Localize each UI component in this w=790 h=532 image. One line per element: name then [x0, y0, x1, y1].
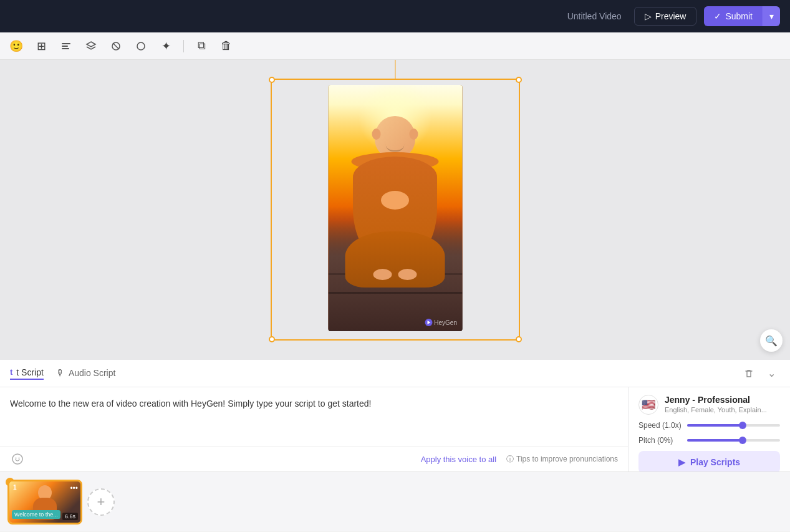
timeline-clip[interactable]: Welcome to the... 1 6.6s ••• — [7, 480, 82, 525]
pitch-slider[interactable] — [687, 439, 780, 442]
pitch-label: Pitch (0%) — [638, 436, 682, 445]
copy-icon[interactable]: ⧉ — [193, 37, 210, 55]
speed-slider-row: Speed (1.0x) — [638, 421, 780, 430]
svg-marker-6 — [427, 321, 430, 324]
microphone-icon: 🎙 — [56, 368, 65, 378]
script-text-area[interactable]: Welcome to the new era of video creation… — [0, 387, 628, 446]
handle-bottom-left[interactable] — [269, 336, 275, 342]
script-content: Welcome to the new era of video creation… — [10, 399, 371, 409]
submit-main-button[interactable]: ✓ Submit — [704, 6, 763, 26]
clip-number: 1 — [13, 484, 17, 491]
script-left-panel: Welcome to the new era of video creation… — [0, 387, 628, 472]
monk-image[interactable]: HeyGen — [328, 85, 462, 331]
voice-info: 🇺🇸 Jenny - Professional English, Female,… — [638, 395, 780, 415]
speed-slider-thumb[interactable] — [739, 422, 746, 429]
submit-button-group: ✓ Submit ▾ — [704, 6, 780, 26]
hide-icon[interactable] — [107, 37, 125, 55]
play-icon: ▶ — [678, 457, 685, 467]
effects-icon[interactable]: ✦ — [157, 37, 175, 55]
clip-duration: 6.6s — [62, 513, 78, 520]
toolbar: 🙂 ⊞ ✦ ⧉ 🗑 — [0, 32, 790, 60]
delete-icon[interactable]: 🗑 — [218, 37, 235, 55]
pitch-slider-thumb[interactable] — [739, 437, 746, 444]
toolbar-divider — [183, 40, 184, 52]
tips-link[interactable]: ⓘ Tips to improve pronunciations — [506, 454, 618, 465]
header: Untitled Video ▷ Preview ✓ Submit ▾ — [0, 0, 790, 32]
clip-menu-button[interactable]: ••• — [70, 484, 78, 493]
collapse-button[interactable]: ⌄ — [763, 365, 780, 382]
text-script-icon: t — [10, 367, 12, 377]
speed-label: Speed (1.0x) — [638, 421, 682, 430]
clip-label-badge: Welcome to the... — [12, 510, 60, 519]
play-scripts-button[interactable]: ▶ Play Scripts — [638, 451, 780, 472]
play-icon: ▷ — [645, 11, 652, 21]
svg-rect-1 — [62, 46, 68, 47]
submit-dropdown-button[interactable]: ▾ — [763, 6, 780, 26]
svg-point-9 — [19, 458, 20, 459]
tab-text-script[interactable]: t t Script — [10, 367, 44, 380]
ai-assistant-icon[interactable] — [10, 452, 25, 467]
info-icon: ⓘ — [506, 454, 514, 465]
tab-audio-script[interactable]: 🎙 Audio Script — [56, 368, 115, 379]
timeline: Welcome to the... 1 6.6s ••• + — [0, 472, 790, 531]
align-icon[interactable] — [57, 37, 75, 55]
voice-details: Jenny - Professional English, Female, Yo… — [665, 395, 780, 414]
script-tabs: t t Script 🎙 Audio Script ⌄ — [0, 360, 790, 387]
handle-top-left[interactable] — [269, 77, 275, 83]
apply-voice-button[interactable]: Apply this voice to all — [421, 455, 496, 464]
video-title: Untitled Video — [567, 11, 622, 21]
script-content-area: Welcome to the new era of video creation… — [0, 387, 790, 472]
heygen-logo — [425, 319, 432, 326]
voice-description: English, Female, Youth, Explain... — [665, 406, 780, 414]
guide-line — [395, 60, 395, 79]
svg-point-8 — [16, 458, 17, 459]
tab-actions: ⌄ — [740, 365, 780, 382]
timeline-clip-wrapper: Welcome to the... 1 6.6s ••• — [7, 480, 82, 525]
check-icon: ✓ — [714, 11, 721, 21]
layers-icon[interactable] — [82, 37, 100, 55]
speed-slider[interactable] — [687, 424, 780, 427]
emoji-icon[interactable]: 🙂 — [7, 37, 25, 55]
crop-icon[interactable] — [132, 37, 150, 55]
svg-line-4 — [113, 43, 119, 49]
svg-rect-2 — [62, 48, 69, 49]
bottom-panel: t t Script 🎙 Audio Script ⌄ Welcome to t… — [0, 359, 790, 472]
svg-point-7 — [12, 454, 22, 464]
add-scene-button[interactable]: + — [87, 488, 115, 516]
zoom-button[interactable]: 🔍 — [760, 329, 783, 352]
canvas-area: HeyGen 🔍 — [0, 60, 790, 359]
script-bottom-actions: Apply this voice to all ⓘ Tips to improv… — [0, 446, 628, 472]
speed-slider-fill — [687, 424, 743, 427]
language-flag: 🇺🇸 — [638, 395, 658, 415]
voice-panel: 🇺🇸 Jenny - Professional English, Female,… — [628, 387, 790, 472]
handle-bottom-right[interactable] — [516, 336, 522, 342]
chevron-down-icon: ⌄ — [768, 367, 776, 379]
svg-point-5 — [137, 42, 145, 50]
chevron-down-icon: ▾ — [769, 11, 774, 21]
heygen-watermark: HeyGen — [425, 319, 457, 326]
preview-button[interactable]: ▷ Preview — [634, 7, 697, 26]
script-actions-right: Apply this voice to all ⓘ Tips to improv… — [421, 454, 618, 465]
pitch-slider-row: Pitch (0%) — [638, 436, 780, 445]
selection-container: HeyGen — [271, 79, 520, 341]
handle-top-right[interactable] — [516, 77, 522, 83]
layout-icon[interactable]: ⊞ — [32, 37, 50, 55]
search-icon: 🔍 — [765, 335, 778, 347]
voice-name: Jenny - Professional — [665, 395, 780, 405]
pitch-slider-fill — [687, 439, 743, 442]
svg-rect-0 — [62, 43, 70, 44]
delete-script-button[interactable] — [740, 365, 758, 382]
